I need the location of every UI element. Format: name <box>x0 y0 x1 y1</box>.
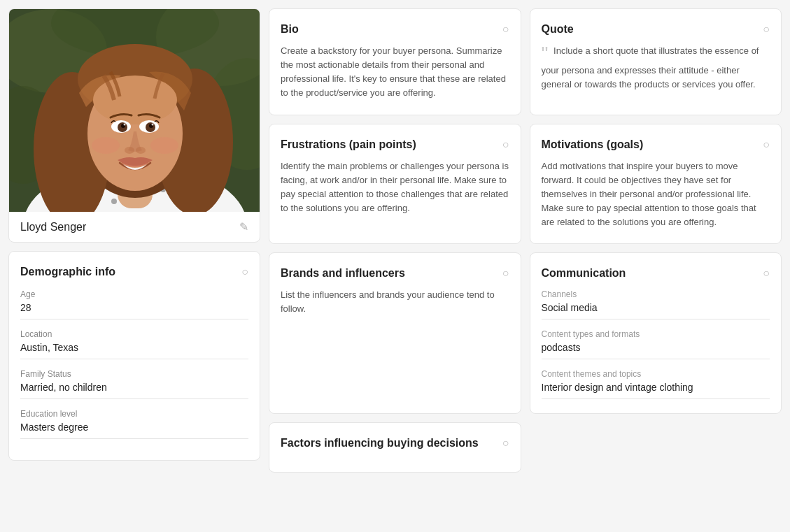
edit-icon[interactable]: ✎ <box>239 220 248 233</box>
communication-hint-icon[interactable]: ○ <box>763 267 770 280</box>
quote-hint-icon[interactable]: ○ <box>763 23 770 36</box>
factors-title: Factors influencing buying decisions <box>281 437 479 450</box>
bio-hint-icon[interactable]: ○ <box>502 23 509 36</box>
svg-point-30 <box>152 124 154 126</box>
bio-card: Bio ○ Create a backstory for your buyer … <box>269 8 521 115</box>
svg-point-34 <box>150 137 178 154</box>
demo-value-education: Masters degree <box>20 422 248 439</box>
comm-channels-value: Social media <box>542 302 770 319</box>
quote-title: Quote <box>542 23 574 36</box>
quote-text: Include a short quote that illustrates t… <box>542 45 759 89</box>
comm-themes-section: Content themes and topics Interior desig… <box>542 369 770 399</box>
svg-point-29 <box>124 124 126 126</box>
demo-label-location: Location <box>20 329 248 339</box>
factors-card: Factors influencing buying decisions ○ <box>269 422 521 473</box>
demo-value-location: Austin, Texas <box>20 342 248 359</box>
comm-channels-label: Channels <box>542 289 770 299</box>
demographic-card: Demographic info ○ Age 28 Location Austi… <box>8 251 260 461</box>
comm-content-types-value: podcasts <box>542 342 770 359</box>
motivations-body: Add motivations that inspire your buyers… <box>542 159 770 230</box>
frustrations-card: Frustrations (pain points) ○ Identify th… <box>269 124 521 245</box>
communication-card: Communication ○ Channels Social media Co… <box>530 252 782 414</box>
demo-field-age: Age 28 <box>20 289 248 319</box>
svg-point-33 <box>92 137 120 154</box>
demo-field-education: Education level Masters degree <box>20 409 248 439</box>
demographic-hint-icon[interactable]: ○ <box>241 266 248 278</box>
demographic-title: Demographic info <box>20 266 115 278</box>
communication-title: Communication <box>542 267 626 280</box>
frustrations-hint-icon[interactable]: ○ <box>502 138 509 151</box>
quote-body: " Include a short quote that illustrates… <box>542 44 770 92</box>
demo-value-age: 28 <box>20 302 248 319</box>
comm-content-types-label: Content types and formats <box>542 329 770 339</box>
comm-themes-value: Interior design and vintage clothing <box>542 382 770 399</box>
frustrations-title: Frustrations (pain points) <box>281 138 416 151</box>
comm-themes-label: Content themes and topics <box>542 369 770 379</box>
svg-point-31 <box>125 147 134 154</box>
comm-channels-section: Channels Social media <box>542 289 770 319</box>
cards-grid: Bio ○ Create a backstory for your buyer … <box>269 8 782 473</box>
demo-label-family: Family Status <box>20 369 248 379</box>
demo-value-family: Married, no children <box>20 382 248 399</box>
bio-body: Create a backstory for your buyer person… <box>281 44 509 101</box>
demo-label-age: Age <box>20 289 248 299</box>
brands-card: Brands and influencers ○ List the influe… <box>269 252 521 414</box>
bio-title: Bio <box>281 23 299 36</box>
motivations-title: Motivations (goals) <box>542 138 644 151</box>
frustrations-body: Identify the main problems or challenges… <box>281 159 509 216</box>
motivations-hint-icon[interactable]: ○ <box>763 138 770 151</box>
comm-content-types-section: Content types and formats podcasts <box>542 329 770 359</box>
profile-photo-svg <box>9 9 260 212</box>
quote-card: Quote ○ " Include a short quote that ill… <box>530 8 782 115</box>
demo-field-family: Family Status Married, no children <box>20 369 248 399</box>
brands-title: Brands and influencers <box>281 267 405 280</box>
factors-hint-icon[interactable]: ○ <box>502 437 509 450</box>
motivations-card: Motivations (goals) ○ Add motivations th… <box>530 124 782 245</box>
brands-body: List the influencers and brands your aud… <box>281 288 509 316</box>
profile-photo <box>9 9 260 212</box>
brands-hint-icon[interactable]: ○ <box>502 267 509 280</box>
svg-point-9 <box>111 199 117 204</box>
quote-mark-icon: " <box>542 43 549 64</box>
demo-label-education: Education level <box>20 409 248 419</box>
demo-field-location: Location Austin, Texas <box>20 329 248 359</box>
profile-name: Lloyd Senger <box>20 221 86 233</box>
profile-card: Lloyd Senger ✎ <box>8 8 260 243</box>
svg-point-32 <box>136 147 146 154</box>
